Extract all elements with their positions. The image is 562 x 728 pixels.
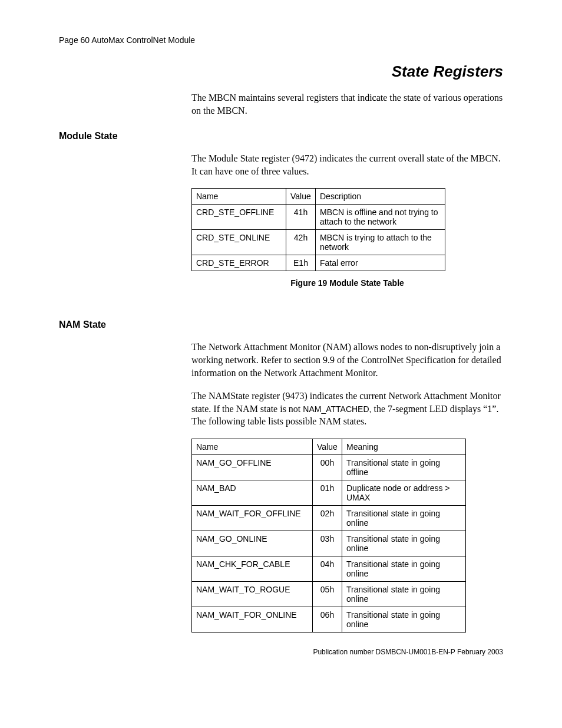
cell-desc: Transitional state in going offline bbox=[342, 454, 466, 480]
page-header: Page 60 AutoMax ControlNet Module bbox=[59, 35, 503, 45]
cell-value: 00h bbox=[313, 454, 342, 480]
cell-name: NAM_GO_OFFLINE bbox=[192, 454, 313, 480]
col-name: Name bbox=[192, 439, 313, 454]
cell-desc: Duplicate node or address > UMAX bbox=[342, 480, 466, 505]
section-heading-nam-state: NAM State bbox=[59, 319, 503, 330]
cell-desc: Transitional state in going online bbox=[342, 531, 466, 556]
table-row: NAM_WAIT_FOR_ONLINE 06h Transitional sta… bbox=[192, 607, 466, 632]
table-header-row: Name Value Meaning bbox=[192, 439, 466, 454]
cell-desc: Transitional state in going online bbox=[342, 556, 466, 581]
table-row: CRD_STE_OFFLINE 41h MBCN is offline and … bbox=[192, 205, 445, 230]
cell-desc: Fatal error bbox=[316, 255, 445, 271]
cell-value: 04h bbox=[313, 556, 342, 581]
cell-desc: MBCN is trying to attach to the network bbox=[316, 230, 445, 255]
cell-desc: Transitional state in going online bbox=[342, 581, 466, 607]
publication-footer: Publication number DSMBCN-UM001B-EN-P Fe… bbox=[59, 648, 503, 656]
page: Page 60 AutoMax ControlNet Module State … bbox=[0, 0, 562, 691]
col-name: Name bbox=[192, 189, 286, 205]
cell-desc: MBCN is offline and not trying to attach… bbox=[316, 205, 445, 230]
cell-value: E1h bbox=[286, 255, 316, 271]
table-row: NAM_WAIT_FOR_OFFLINE 02h Transitional st… bbox=[192, 505, 466, 531]
col-desc: Description bbox=[316, 189, 445, 205]
cell-value: 05h bbox=[313, 581, 342, 607]
cell-value: 03h bbox=[313, 531, 342, 556]
cell-value: 42h bbox=[286, 230, 316, 255]
table-row: CRD_STE_ERROR E1h Fatal error bbox=[192, 255, 445, 271]
col-value: Value bbox=[286, 189, 316, 205]
nam-state-table: Name Value Meaning NAM_GO_OFFLINE 00h Tr… bbox=[191, 439, 466, 633]
cell-value: 41h bbox=[286, 205, 316, 230]
col-meaning: Meaning bbox=[342, 439, 466, 454]
nam-state-table-wrap: Name Value Meaning NAM_GO_OFFLINE 00h Tr… bbox=[191, 439, 503, 633]
nam-state-paragraph-1: The Network Attachment Monitor (NAM) all… bbox=[191, 341, 503, 379]
cell-name: NAM_GO_ONLINE bbox=[192, 531, 313, 556]
module-state-table: Name Value Description CRD_STE_OFFLINE 4… bbox=[191, 188, 445, 271]
col-value: Value bbox=[313, 439, 342, 454]
module-state-paragraph: The Module State register (9472) indicat… bbox=[191, 152, 503, 177]
page-title: State Registers bbox=[59, 62, 503, 81]
cell-name: CRD_STE_ERROR bbox=[192, 255, 286, 271]
table-row: NAM_GO_OFFLINE 00h Transitional state in… bbox=[192, 454, 466, 480]
nam-attached-code: NAM_ATTACHED, bbox=[303, 404, 371, 414]
table-row: NAM_CHK_FOR_CABLE 04h Transitional state… bbox=[192, 556, 466, 581]
table-row: CRD_STE_ONLINE 42h MBCN is trying to att… bbox=[192, 230, 445, 255]
table-row: NAM_WAIT_TO_ROGUE 05h Transitional state… bbox=[192, 581, 466, 607]
cell-name: NAM_WAIT_TO_ROGUE bbox=[192, 581, 313, 607]
cell-name: NAM_WAIT_FOR_ONLINE bbox=[192, 607, 313, 632]
figure-caption: Figure 19 Module State Table bbox=[191, 278, 503, 288]
cell-desc: Transitional state in going online bbox=[342, 505, 466, 531]
module-state-table-wrap: Name Value Description CRD_STE_OFFLINE 4… bbox=[191, 188, 503, 271]
cell-value: 02h bbox=[313, 505, 342, 531]
cell-value: 06h bbox=[313, 607, 342, 632]
cell-name: NAM_BAD bbox=[192, 480, 313, 505]
table-header-row: Name Value Description bbox=[192, 189, 445, 205]
cell-value: 01h bbox=[313, 480, 342, 505]
cell-name: CRD_STE_ONLINE bbox=[192, 230, 286, 255]
intro-paragraph: The MBCN maintains several registers tha… bbox=[191, 91, 503, 117]
nam-state-paragraph-2: The NAMState register (9473) indicates t… bbox=[191, 390, 503, 428]
cell-name: CRD_STE_OFFLINE bbox=[192, 205, 286, 230]
cell-name: NAM_CHK_FOR_CABLE bbox=[192, 556, 313, 581]
cell-desc: Transitional state in going online bbox=[342, 607, 466, 632]
section-heading-module-state: Module State bbox=[59, 131, 503, 141]
table-row: NAM_BAD 01h Duplicate node or address > … bbox=[192, 480, 466, 505]
table-row: NAM_GO_ONLINE 03h Transitional state in … bbox=[192, 531, 466, 556]
cell-name: NAM_WAIT_FOR_OFFLINE bbox=[192, 505, 313, 531]
